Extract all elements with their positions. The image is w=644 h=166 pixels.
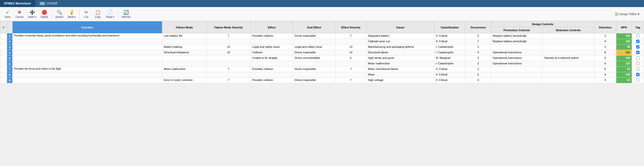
table-row: 2 Cathode wear out II: Critical 7 Replac… bbox=[0, 39, 644, 45]
tag-header: Tag bbox=[632, 21, 644, 33]
effect-cell: Possible collision bbox=[251, 33, 293, 39]
prevention-controls-cell: Operational instructions bbox=[491, 61, 542, 67]
cancel-button[interactable]: ✖ Cancel bbox=[14, 8, 25, 20]
classification-cell: II: Critical bbox=[434, 72, 465, 78]
classification-cell: II: Critical bbox=[434, 67, 465, 72]
end-effect-cell: Drone inoperable bbox=[293, 33, 335, 39]
table-row: 5 Unable to fly straight Drone uncontrol… bbox=[0, 56, 644, 61]
dfmea-tab[interactable]: DFMEA Worksheet bbox=[0, 0, 35, 7]
effect-severity-cell bbox=[335, 72, 366, 78]
fm-severity-cell: 7 bbox=[207, 33, 250, 39]
paste-button[interactable]: 📄 Paste ▾ bbox=[104, 8, 116, 20]
fm-severity-cell: 7 bbox=[207, 67, 250, 72]
tag-checkbox[interactable] bbox=[636, 45, 639, 49]
occurrence-cell: 2 bbox=[465, 61, 491, 67]
delete-icon: 🔴 bbox=[42, 10, 47, 15]
function-cell: Provides convenient flying, aerial surve… bbox=[12, 33, 162, 39]
row-number: 6 bbox=[7, 61, 12, 67]
row-number: 1 bbox=[7, 33, 12, 39]
classification-cell: II: Critical bbox=[434, 78, 465, 83]
tag-cell[interactable] bbox=[632, 67, 644, 72]
rpn-cell: 40 bbox=[616, 45, 632, 50]
prevention-controls-cell bbox=[491, 78, 542, 83]
classification-cell: I: Catastrophic bbox=[434, 61, 465, 67]
tag-cell[interactable] bbox=[632, 61, 644, 67]
tag-cell[interactable] bbox=[632, 56, 644, 61]
tag-checkbox[interactable] bbox=[636, 73, 639, 76]
insert-button[interactable]: ➕ Insert ▾ bbox=[26, 8, 38, 20]
prevention-controls-cell bbox=[491, 72, 542, 78]
tag-cell[interactable] bbox=[632, 72, 644, 78]
table-row: 8 Wear II: Critical 5 4 140 bbox=[0, 72, 644, 78]
prevention-controls-cell: Replace battery periodically bbox=[491, 39, 542, 45]
tag-checkbox[interactable] bbox=[636, 34, 639, 37]
design-controls-header: Design Controls bbox=[491, 21, 594, 27]
tag-cell[interactable] bbox=[632, 78, 644, 83]
toolbar-separator-2 bbox=[79, 10, 79, 19]
rpn-cell: 63 bbox=[616, 78, 632, 83]
design-fmea-button[interactable]: ⊞ Design FMEA ▼ bbox=[613, 10, 642, 18]
detection-header: Detection bbox=[594, 21, 616, 33]
detection-controls-cell bbox=[542, 45, 594, 50]
cause-cell: Manufacturing and packaging defects bbox=[366, 45, 434, 50]
delete-button[interactable]: 🔴 Delete bbox=[39, 8, 50, 20]
function-cell bbox=[12, 78, 162, 83]
tag-checkbox[interactable] bbox=[636, 56, 639, 60]
failure-mode-cell: Error in motor controller bbox=[162, 78, 207, 83]
rpn-cell: 140 bbox=[616, 72, 632, 78]
effect-severity-cell bbox=[335, 61, 366, 67]
tag-cell[interactable] bbox=[632, 50, 644, 56]
table-row: 7 Provides the thrust and motion to the … bbox=[0, 67, 644, 72]
refresh-button[interactable]: 🔄 Refresh bbox=[119, 8, 132, 20]
row-number: 4 bbox=[7, 50, 12, 56]
search-icon: 🔍 bbox=[57, 10, 62, 15]
filter-header: ▼ bbox=[0, 21, 7, 33]
effect-cell: Possible collision bbox=[251, 67, 293, 72]
failure-mode-cell: Motor malfunction bbox=[162, 67, 207, 72]
occurrence-cell: 4 bbox=[465, 50, 491, 56]
dvp-tab[interactable]: DV DVP&R bbox=[35, 0, 62, 7]
tag-checkbox[interactable] bbox=[636, 62, 639, 65]
prevention-controls-cell: Operational instructions bbox=[491, 50, 542, 56]
tag-checkbox[interactable] bbox=[636, 67, 639, 71]
rpn-cell: 196 bbox=[616, 39, 632, 45]
toolbar-separator-3 bbox=[118, 10, 118, 19]
filter-icon[interactable]: ▼ bbox=[2, 25, 5, 29]
classification-cell: II: Critical bbox=[434, 33, 465, 39]
tag-cell[interactable] bbox=[632, 33, 644, 39]
copy-button[interactable]: 📋 Copy bbox=[92, 8, 103, 20]
tag-checkbox[interactable] bbox=[636, 51, 639, 54]
effect-cell: Collision bbox=[251, 50, 293, 56]
occurrence-cell: 5 bbox=[465, 72, 491, 78]
tag-checkbox[interactable] bbox=[636, 78, 639, 82]
row-filter-cell bbox=[0, 56, 7, 61]
effect-cell bbox=[251, 61, 293, 67]
row-number: 8 bbox=[7, 72, 12, 78]
prevention-controls-header: Prevention Controls bbox=[491, 27, 542, 33]
function-cell bbox=[12, 61, 162, 67]
function-cell bbox=[12, 72, 162, 78]
classification-cell: III: Marginal bbox=[434, 56, 465, 61]
detection-cell: 4 bbox=[594, 39, 616, 45]
toolbar-separator-1 bbox=[52, 10, 52, 19]
row-number: 2 bbox=[7, 39, 12, 45]
tag-checkbox[interactable] bbox=[636, 40, 639, 43]
end-effect-cell: Drone inoperable bbox=[293, 78, 335, 83]
cut-button[interactable]: ✂ Cut bbox=[81, 8, 92, 20]
detection-cell: 3 bbox=[594, 33, 616, 39]
tag-cell[interactable] bbox=[632, 45, 644, 50]
end-effect-cell: Drone inoperable bbox=[293, 50, 335, 56]
rpn-cell: 120 bbox=[616, 61, 632, 67]
tag-cell[interactable] bbox=[632, 39, 644, 45]
save-button[interactable]: ✔ Save bbox=[2, 8, 13, 20]
row-filter-cell bbox=[0, 33, 7, 39]
bank-button[interactable]: 💡 Bank ▾ bbox=[66, 8, 78, 20]
detection-cell: 4 bbox=[594, 72, 616, 78]
effect-severity-cell: 7 bbox=[335, 33, 366, 39]
effect-severity-header: Effect Severity bbox=[335, 21, 366, 33]
function-cell bbox=[12, 39, 162, 45]
row-filter-cell bbox=[0, 39, 7, 45]
effect-severity-cell: 7 bbox=[335, 78, 366, 83]
search-button[interactable]: 🔍 Search bbox=[53, 8, 65, 20]
end-effect-header: End Effect bbox=[293, 21, 335, 33]
